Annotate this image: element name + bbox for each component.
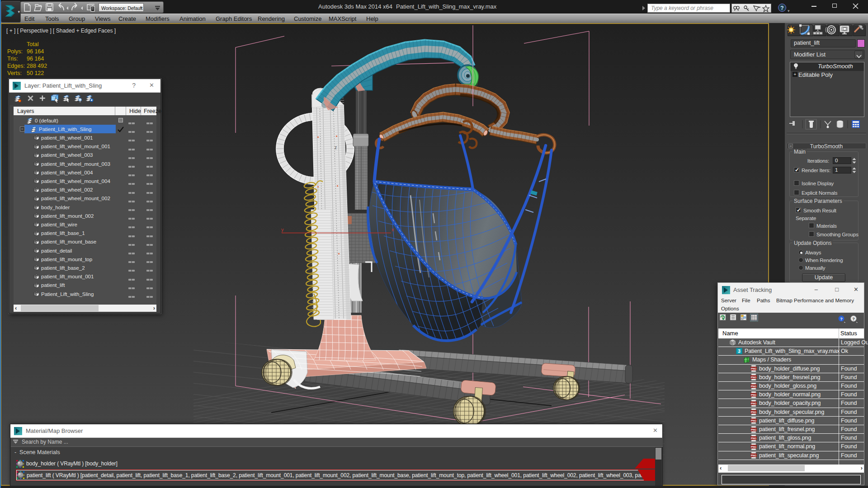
svg-text:PNG: PNG (751, 385, 756, 388)
svg-text:PNG: PNG (751, 411, 756, 413)
svg-text:PNG: PNG (751, 419, 756, 422)
svg-text:PNG: PNG (751, 454, 756, 457)
svg-text:PNG: PNG (751, 367, 756, 370)
svg-text:3: 3 (738, 349, 741, 354)
svg-text:?: ? (852, 317, 855, 321)
svg-text:?: ? (780, 5, 783, 11)
svg-text:PNG: PNG (751, 428, 756, 431)
svg-text:PNG: PNG (751, 446, 756, 448)
svg-text:2: 2 (722, 316, 724, 319)
svg-text:PNG: PNG (751, 376, 756, 379)
svg-text:PNG: PNG (751, 437, 756, 440)
svg-text:?: ? (840, 317, 843, 321)
svg-text:PNG: PNG (751, 394, 756, 396)
svg-text:z: z (335, 145, 337, 150)
svg-text:PNG: PNG (751, 402, 756, 405)
svg-text:y: y (281, 227, 284, 232)
svg-text:x: x (392, 227, 394, 232)
